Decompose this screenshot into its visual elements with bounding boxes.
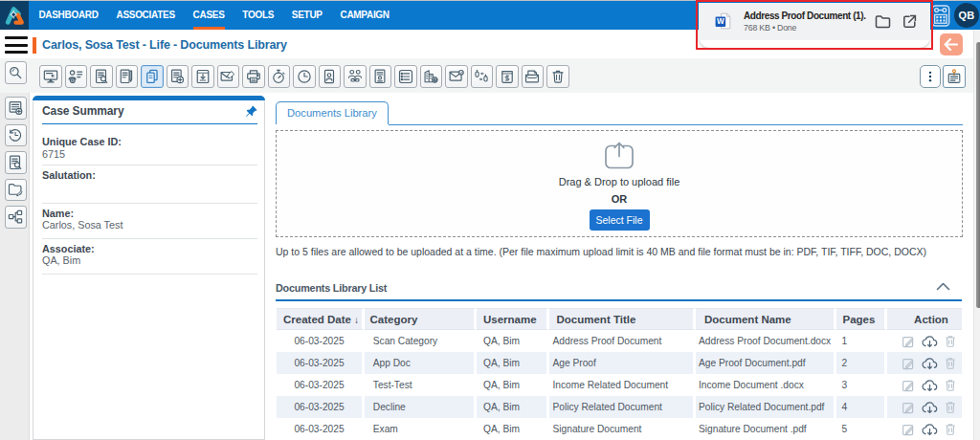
cell-username: QA, Bim (477, 352, 549, 374)
sidebar-search-button[interactable] (5, 61, 28, 84)
calculator-icon[interactable] (931, 3, 950, 28)
edit-icon[interactable] (902, 423, 915, 436)
toolbar-trash-button[interactable] (546, 65, 569, 88)
column-header-document-title[interactable]: Document Title (549, 308, 696, 330)
case-field-value: Carlos, Sosa Test (42, 219, 257, 231)
toolbar-boxDownload-button[interactable] (191, 65, 214, 88)
toolbar-userList-button[interactable] (65, 65, 88, 88)
toolbar-copy-button[interactable] (141, 65, 164, 88)
table-row: 06-03-2025Scan CategoryQA, BimAddress Pr… (277, 330, 962, 352)
toolbar-trayCopy-button[interactable] (522, 65, 545, 88)
upload-dropzone[interactable]: Drag & Drop to upload file OR Select Fil… (276, 130, 963, 237)
history-icon (7, 126, 24, 143)
cell-document-name: Income Document .docx (696, 374, 836, 396)
nav-item-associates[interactable]: ASSOCIATES (107, 0, 184, 30)
docPen-icon (118, 68, 135, 85)
toolbar-docDollar-button[interactable] (496, 65, 519, 88)
download-icon[interactable] (922, 379, 938, 392)
cell-created-date: 06-03-2025 (277, 330, 365, 352)
column-header-pages[interactable]: Pages (836, 308, 887, 330)
tab-label: Documents Library (287, 107, 377, 119)
toolbar-clock-button[interactable] (293, 65, 316, 88)
collapse-chevron-icon[interactable] (936, 282, 950, 291)
delete-icon[interactable] (945, 423, 956, 435)
nav-item-cases[interactable]: CASES (184, 0, 234, 30)
kebab-icon (922, 68, 939, 85)
sidebar-history-button[interactable] (5, 124, 28, 147)
cell-created-date: 06-03-2025 (277, 352, 365, 374)
toolbar-mailPen-button[interactable] (217, 65, 240, 88)
case-field: Associate:QA, Bim (42, 239, 257, 275)
toolbar-mailCheck-button[interactable] (445, 65, 468, 88)
column-header-username[interactable]: Username (477, 308, 549, 330)
sidebar-workflow-button[interactable] (5, 206, 28, 229)
docSearch-icon (93, 68, 110, 85)
documents-list-title: Documents Library List (276, 282, 387, 294)
delete-icon[interactable] (945, 379, 956, 391)
case-field-value (42, 181, 257, 197)
toolbar-docPen-button[interactable] (116, 65, 139, 88)
download-icon[interactable] (922, 357, 938, 370)
pushpin-icon[interactable] (245, 105, 257, 118)
toolbar-personCard-button[interactable] (319, 65, 342, 88)
dropzone-or: OR (612, 193, 628, 205)
delete-icon[interactable] (945, 401, 956, 413)
toolbar-stopwatch-button[interactable] (268, 65, 291, 88)
column-header-document-name[interactable]: Document Name (696, 308, 836, 330)
sidebar-folderPen-button[interactable] (5, 179, 28, 202)
toolbar-monitor-button[interactable] (39, 65, 62, 88)
column-header-action[interactable]: Action (887, 308, 962, 330)
back-button[interactable] (940, 33, 963, 55)
toolbar-printer-button[interactable] (242, 65, 265, 88)
tab-documents-library[interactable]: Documents Library (276, 101, 389, 124)
sidebar-docPlus2-button[interactable] (5, 97, 28, 120)
nav-item-tools[interactable]: TOOLS (234, 0, 283, 30)
download-icon[interactable] (922, 423, 938, 436)
edit-icon[interactable] (902, 379, 915, 392)
edit-icon[interactable] (902, 401, 915, 414)
nav-item-dashboard[interactable]: DASHBOARD (30, 0, 107, 30)
sort-desc-icon[interactable]: ↓ (354, 315, 359, 325)
peopleChain-icon (346, 68, 364, 85)
cell-pages: 5 (836, 418, 887, 440)
menu-toggle-icon[interactable] (5, 36, 28, 54)
download-icon[interactable] (922, 335, 938, 348)
toolbar-buildingGear-button[interactable] (420, 65, 443, 88)
nav-item-setup[interactable]: SETUP (282, 0, 331, 30)
download-icon[interactable] (922, 401, 938, 414)
toolbar-peopleChain-button[interactable] (344, 65, 367, 88)
select-file-button[interactable]: Select File (590, 209, 650, 231)
toolbar-docPlus-button[interactable] (167, 65, 189, 88)
sidebar-docSearch-button[interactable] (5, 151, 28, 174)
toolbar-personTransfer-button[interactable] (471, 65, 494, 88)
nav-item-campaign[interactable]: CAMPAIGN (331, 0, 398, 30)
cell-document-name: Signature Document .pdf (696, 418, 836, 440)
edit-icon[interactable] (902, 335, 915, 348)
table-row: 06-03-2025App DocQA, BimAge ProofAge Pro… (277, 352, 962, 374)
app-logo[interactable] (0, 0, 29, 30)
user-avatar[interactable]: QB (954, 3, 979, 28)
case-field-label: Associate: (42, 243, 257, 255)
column-header-category[interactable]: Category (365, 308, 477, 330)
personCard-icon (321, 68, 338, 85)
toolbar-checklist-button[interactable] (394, 65, 417, 88)
cell-pages: 3 (836, 374, 887, 396)
delete-icon[interactable] (945, 357, 956, 369)
edit-icon[interactable] (902, 357, 915, 370)
cell-document-title: Policy Related Document (549, 396, 696, 418)
toolbar-kebab-button[interactable] (920, 65, 941, 88)
personTransfer-icon (473, 68, 490, 85)
toolbar-notes-button[interactable] (943, 65, 966, 88)
cell-document-title: Age Proof (549, 352, 696, 374)
scrollbar-track[interactable] (973, 30, 980, 440)
nav-menu: DASHBOARDASSOCIATESCASESTOOLSSETUPCAMPAI… (30, 0, 398, 30)
toolbar-docSearch-button[interactable] (90, 65, 113, 88)
scrollbar-thumb[interactable] (976, 42, 980, 308)
userList-icon (67, 68, 84, 85)
column-header-created-date[interactable]: Created Date↓ (277, 308, 365, 330)
case-summary-title: Case Summary (42, 104, 124, 118)
delete-icon[interactable] (945, 335, 956, 347)
toolbar-docStamp-button[interactable] (369, 65, 392, 88)
case-field-label: Salutation: (42, 169, 257, 182)
cell-category: Scan Category (365, 330, 477, 352)
